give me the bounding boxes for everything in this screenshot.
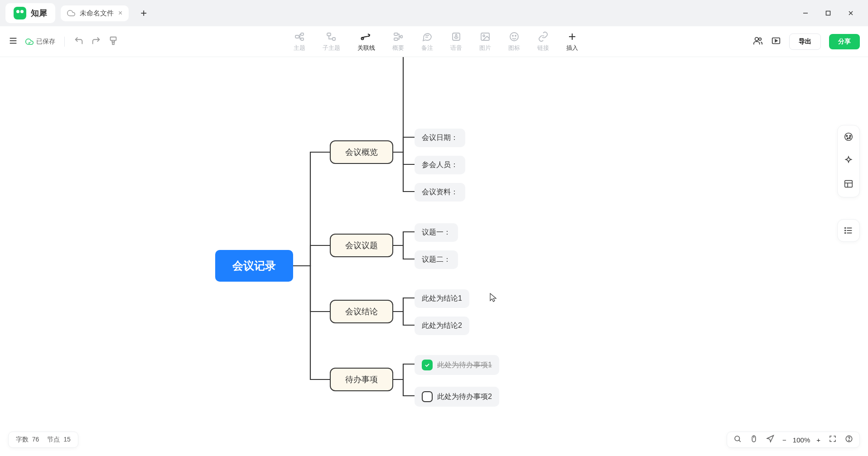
node-root[interactable]: 会议记录 [215,250,293,282]
node-branch-overview[interactable]: 会议概览 [330,140,393,164]
redo-icon[interactable] [91,36,101,48]
tool-note[interactable]: 备注 [421,31,433,52]
node-branch-agenda[interactable]: 会议议题 [330,234,393,257]
node-branch-label: 会议结论 [345,306,378,317]
node-root-label: 会议记录 [232,259,276,273]
node-leaf-label: 议题二： [422,255,451,264]
format-painter-icon[interactable] [108,36,118,48]
tool-link[interactable]: 链接 [537,31,549,52]
svg-point-35 [849,135,851,137]
node-leaf-date[interactable]: 会议日期： [415,129,465,147]
audio-icon [451,31,462,42]
mouse-icon[interactable] [750,435,758,445]
node-branch-todo[interactable]: 待办事项 [330,368,393,391]
collaborators-icon[interactable] [753,36,763,48]
node-leaf-label: 此处为待办事项2 [437,392,492,402]
svg-point-26 [515,35,516,36]
node-branch-conclusion[interactable]: 会议结论 [330,300,393,323]
svg-line-48 [739,440,741,442]
tool-image[interactable]: 图片 [479,31,491,52]
undo-icon[interactable] [74,36,84,48]
note-icon [422,31,433,42]
node-leaf-label: 此处为结论2 [422,321,462,331]
app-name: 知犀 [31,8,47,19]
menu-icon[interactable] [8,36,18,48]
tool-summary-label: 概要 [392,44,404,52]
svg-point-37 [849,137,850,139]
zoom-out-button[interactable]: − [782,436,786,444]
node-leaf-conclusion1[interactable]: 此处为结论1 [415,289,469,308]
svg-rect-17 [400,35,402,38]
zoom-level[interactable]: 100% [793,436,810,444]
canvas[interactable]: 会议记录 会议概览 会议议题 会议结论 待办事项 会议日期： 参会人员： 会议资… [0,57,868,456]
checkbox-todo-icon[interactable] [422,391,433,402]
node-leaf-label: 议题一： [422,228,451,237]
app-brand[interactable]: 知犀 [5,3,55,23]
tool-relation-label: 关联线 [357,44,375,52]
theme-icon[interactable] [844,132,854,144]
tool-subtopic[interactable]: 子主题 [323,31,340,52]
node-leaf-materials[interactable]: 会议资料： [415,183,465,202]
close-window-icon[interactable] [846,9,855,18]
node-count: 节点 15 [47,436,70,444]
svg-rect-13 [333,38,335,40]
presentation-icon[interactable] [771,36,781,48]
node-leaf-topic2[interactable]: 议题二： [415,250,458,269]
svg-point-46 [845,233,846,234]
node-leaf-topic1[interactable]: 议题一： [415,223,458,242]
zoom-controls: − 100% + [782,436,820,444]
save-status[interactable]: 已保存 [25,38,55,46]
svg-point-24 [510,33,518,41]
zoom-in-button[interactable]: + [816,436,820,444]
tool-summary[interactable]: 概要 [392,31,404,52]
node-leaf-conclusion2[interactable]: 此处为结论2 [415,317,469,335]
node-leaf-todo1[interactable]: 此处为待办事项1 [415,355,499,375]
svg-rect-15 [394,33,398,35]
cloud-sync-icon [25,38,34,46]
svg-marker-32 [775,39,777,42]
tool-icon[interactable]: 图标 [508,31,520,52]
svg-point-45 [845,230,846,231]
window-controls [801,9,863,18]
outline-button[interactable] [837,219,860,242]
svg-point-25 [512,35,513,36]
tool-audio[interactable]: 语音 [450,31,462,52]
export-button-label: 导出 [799,38,811,45]
sparkle-icon[interactable] [844,155,854,167]
add-tab-button[interactable]: + [137,7,150,19]
save-status-text: 已保存 [36,38,55,46]
node-leaf-label: 此处为待办事项1 [437,360,492,370]
subtopic-icon [326,31,337,42]
search-icon[interactable] [733,435,742,445]
svg-rect-10 [301,33,304,35]
maximize-icon[interactable] [824,9,833,18]
help-icon[interactable] [845,435,853,445]
checkbox-done-icon[interactable] [422,360,433,370]
tool-insert[interactable]: 插入 [566,31,578,52]
layout-icon[interactable] [844,179,854,191]
fullscreen-icon[interactable] [829,435,837,445]
node-leaf-todo2[interactable]: 此处为待办事项2 [415,387,499,407]
tool-audio-label: 语音 [450,44,462,52]
tool-link-label: 链接 [537,44,549,52]
svg-point-44 [845,228,846,229]
summary-icon [393,31,404,42]
share-button[interactable]: 分享 [829,34,860,49]
svg-rect-38 [845,181,853,187]
file-tab[interactable]: 未命名文件 × [61,5,129,21]
node-leaf-attendees[interactable]: 参会人员： [415,156,465,174]
side-rail [837,125,860,197]
relation-icon [361,31,371,42]
export-button[interactable]: 导出 [789,34,821,50]
tool-icon-label: 图标 [508,44,520,52]
close-tab-icon[interactable]: × [118,9,122,17]
node-branch-label: 会议议题 [345,240,378,251]
svg-rect-21 [455,34,457,37]
minimize-icon[interactable] [801,9,810,18]
mindmap: 会议记录 会议概览 会议议题 会议结论 待办事项 会议日期： 参会人员： 会议资… [0,57,868,456]
locate-icon[interactable] [766,435,774,445]
tool-relation[interactable]: 关联线 [357,31,375,52]
svg-rect-8 [112,42,114,44]
plus-icon [567,31,578,42]
tool-topic[interactable]: 主题 [294,31,305,52]
